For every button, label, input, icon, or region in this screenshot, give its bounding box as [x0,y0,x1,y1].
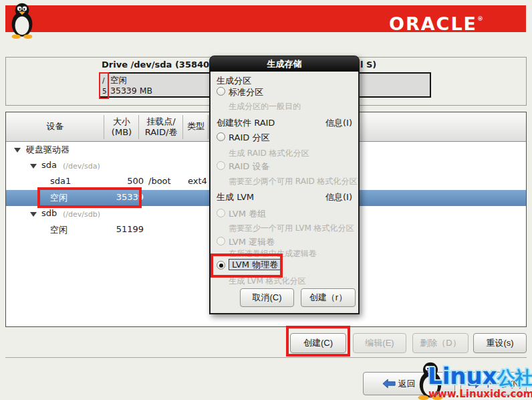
radio-lvm-physical-volume-label[interactable]: LVM 物理卷 [229,259,281,271]
dialog-titlebar[interactable]: 生成存储 [210,56,359,72]
row-label: sdb [41,208,57,218]
option-desc: 需要至少一个可用 LVM 格式化分区 [229,223,354,234]
free-space-label: 空闲 [110,75,152,86]
segment-text-top: / [102,75,108,86]
radio-raid-device[interactable] [217,161,225,170]
row-mount: /boot [148,176,171,186]
delete-button[interactable]: 删除（D） [412,333,469,353]
oracle-wordmark: ORACLE [389,13,477,34]
header-separator [104,115,104,139]
dialog-cancel-button[interactable]: 取消(C) [240,288,294,307]
row-size: 35339 [85,192,144,202]
radio-standard-partition-label[interactable]: 标准分区 [229,86,263,98]
expander-icon[interactable] [30,212,37,217]
row-type: ext4 [188,176,207,186]
drive-title-right: l S) [360,60,376,70]
radio-raid-device-label[interactable]: RAID 设备 [229,161,269,173]
device-path: (/dev/sda) [63,162,100,171]
free-space-size: 35339 MB [110,86,152,96]
radio-lvm-volume-group[interactable] [217,209,225,217]
watermark-logo: Linux公社 [428,364,532,390]
lvm-info-link[interactable]: 信息(I) [325,191,352,203]
row-size: 51199 [85,224,144,234]
radio-standard-partition[interactable] [217,87,225,96]
radio-raid-partition-label[interactable]: RAID 分区 [229,132,269,144]
section-create-lvm: 生成 LVM [217,191,254,203]
option-desc: 生成 LVM 格式化分区 [229,276,306,287]
back-arrow-icon [382,379,396,389]
dialog-create-button[interactable]: 创建（r） [301,288,356,307]
row-label: 空闲 [50,224,68,236]
device-path: (/dev/sdb) [63,210,100,219]
row-size: 500 [85,176,144,186]
header-separator [208,115,209,139]
expander-icon[interactable] [14,148,21,153]
radio-lvm-logical-volume-label[interactable]: LVM 逻辑卷 [229,236,275,248]
row-label: sda1 [50,176,71,186]
option-desc: 需要至少两个可用 RAID 格式化分区 [229,176,357,187]
tux-penguin-icon [7,2,37,39]
drive-title-left: Drive /dev/sda (35840 M [102,60,221,70]
segment-text-bottom: 5 [102,86,108,96]
column-header-device[interactable]: 设备 [6,121,104,132]
radio-raid-partition[interactable] [217,132,225,141]
radio-lvm-volume-group-label[interactable]: LVM 卷组 [229,208,266,220]
column-header-mount[interactable]: 挂载点/RAID/卷 [139,116,183,138]
section-create-raid: 创建软件 RAID [217,117,275,129]
raid-info-link[interactable]: 信息(I) [325,117,352,129]
radio-lvm-physical-volume[interactable] [217,261,225,270]
radio-lvm-logical-volume[interactable] [217,237,225,245]
free-space-segment: 空闲 35339 MB [110,75,152,97]
row-label: 硬盘驱动器 [26,144,70,156]
watermark-brand-en: Linux [428,363,497,389]
section-create-partition: 生成分区 [217,75,251,87]
option-desc: 生成分区的一般目的 [229,101,301,112]
header-separator [138,115,139,139]
reset-button[interactable]: 重设(s) [473,333,527,353]
registered-mark-icon: ® [477,15,483,22]
option-desc: 在所选卷组中生成逻辑卷 [229,248,317,260]
option-desc: 生成 RAID 格式化分区 [229,148,309,159]
row-label: sda [41,160,57,170]
column-header-type[interactable]: 类型 [183,121,209,132]
create-button[interactable]: 创建(C) [290,333,346,353]
oracle-logo: ORACLE® [374,5,498,32]
boot-segment-annotated: / 5 [99,72,109,99]
column-header-size[interactable]: 大小(MB) [104,116,139,138]
create-storage-dialog: 生成存储 生成分区 标准分区 生成分区的一般目的 创建软件 RAID 信息(I)… [209,56,360,314]
expander-icon[interactable] [30,164,37,169]
header-separator [182,115,183,139]
watermark-url: www.Linuxidc.com [428,388,532,400]
bottom-separator [5,357,527,358]
watermark-brand-cn: 公社 [497,367,532,388]
edit-button[interactable]: 编辑(E) [353,333,406,353]
row-label: 空闲 [50,192,68,204]
